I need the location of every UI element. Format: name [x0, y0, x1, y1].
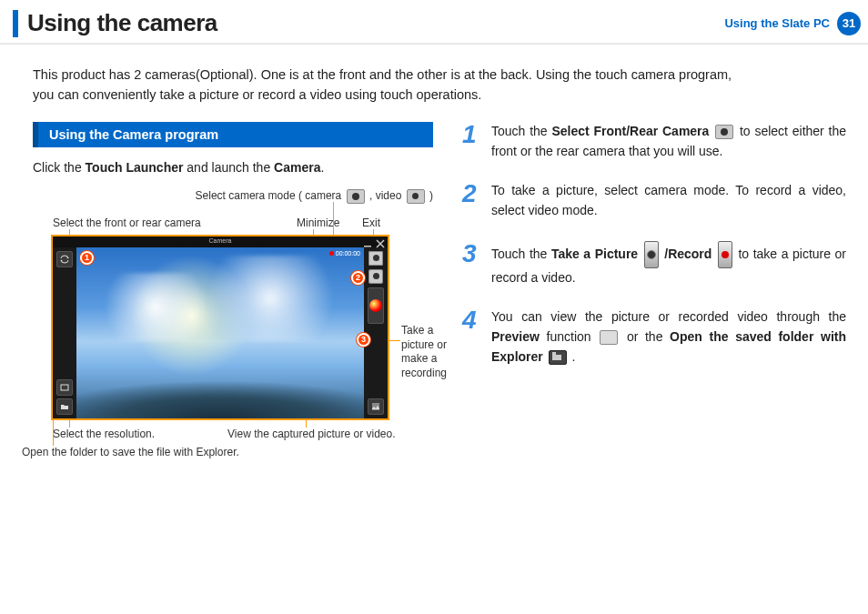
video-mode-icon [407, 189, 425, 204]
shutter-button[interactable] [368, 287, 384, 324]
title-accent-bar [13, 10, 18, 37]
switch-camera-button[interactable] [56, 251, 73, 267]
camera-mode-button[interactable] [368, 251, 383, 266]
camera-mode-icon [347, 189, 365, 204]
step-2: 2 To take a picture, select camera mode.… [462, 181, 846, 220]
timer-readout: 00:00:00 [336, 250, 360, 257]
right-column: 1 Touch the Select Front/Rear Camera to … [462, 122, 846, 489]
folder-icon [549, 350, 567, 365]
text: Select camera mode ( camera [196, 189, 345, 202]
title-wrap: Using the camera [13, 9, 217, 37]
preview-icon [600, 330, 618, 345]
marker-1: 1 [80, 251, 94, 265]
minimize-button[interactable] [362, 237, 373, 247]
svg-rect-1 [61, 385, 68, 390]
callout-take-picture: Take a picture or make a recording [401, 324, 465, 380]
text: or the [620, 329, 670, 344]
select-front-rear-label: Select Front/Rear Camera [551, 124, 709, 138]
text: You can view the picture or recorded vid… [491, 309, 846, 324]
step-1: 1 Touch the Select Front/Rear Camera to … [462, 122, 846, 161]
text: Touch the [491, 124, 551, 138]
record-label: Record [668, 246, 712, 260]
video-mode-button[interactable] [368, 269, 383, 284]
launch-instruction: Click the Touch Launcher and launch the … [33, 160, 433, 175]
step-4: 4 You can view the picture or recorded v… [462, 307, 846, 367]
close-button[interactable] [375, 237, 386, 247]
camera-app-screenshot: Camera [51, 235, 389, 420]
step-number: 1 [462, 122, 491, 161]
callout-open-folder: Open the folder to save the file with Ex… [22, 446, 239, 460]
marker-3: 3 [357, 333, 370, 347]
page-number: 31 [837, 12, 861, 35]
section-name: Using the Slate PC [724, 16, 830, 30]
resolution-button[interactable] [56, 379, 73, 396]
marker-2: 2 [351, 271, 365, 285]
right-toolbar [364, 247, 388, 418]
callout-view-captured: View the captured picture or video. [227, 428, 396, 442]
step-body: You can view the picture or recorded vid… [491, 307, 846, 367]
text: ) [427, 189, 433, 202]
touch-launcher-label: Touch Launcher [86, 160, 184, 175]
left-column: Using the Camera program Click the Touch… [33, 122, 433, 489]
columns: Using the Camera program Click the Touch… [33, 122, 846, 489]
callout-front-rear: Select the front or rear camera [53, 216, 201, 231]
page-header: Using the camera Using the Slate PC 31 [0, 0, 868, 45]
step-3: 3 Touch the Take a Picture /Record to ta… [462, 241, 846, 288]
step-number: 2 [462, 181, 491, 220]
subsection-heading: Using the Camera program [33, 122, 433, 147]
camera-figure: Select camera mode ( camera , video ) Se… [33, 189, 433, 489]
callout-select-mode: Select camera mode ( camera , video ) [160, 189, 433, 204]
text: Click the [33, 160, 86, 175]
text: Touch the [491, 246, 551, 260]
text: . [320, 160, 324, 175]
callout-exit: Exit [362, 216, 380, 231]
preview-button[interactable] [368, 398, 384, 415]
window-body: 00:00:00 [53, 247, 388, 418]
step-body: To take a picture, select camera mode. T… [491, 181, 846, 220]
step-body: Touch the Take a Picture /Record to take… [491, 241, 846, 288]
text: and launch the [183, 160, 274, 175]
text: function [540, 329, 598, 344]
callout-resolution: Select the resolution. [53, 428, 155, 442]
preview-label: Preview [491, 329, 540, 344]
svg-rect-0 [364, 246, 371, 247]
page-title: Using the camera [27, 9, 217, 37]
record-icon [718, 241, 732, 268]
window-title: Camera [209, 237, 232, 244]
header-right: Using the Slate PC 31 [724, 12, 868, 35]
text: , video [367, 189, 405, 202]
step-number: 4 [462, 307, 491, 367]
camera-viewfinder: 00:00:00 [76, 247, 364, 418]
window-titlebar: Camera [53, 237, 388, 247]
switch-camera-icon [715, 125, 733, 139]
intro-text: This product has 2 cameras(Optional). On… [33, 65, 846, 106]
camera-label: Camera [274, 160, 320, 175]
step-body: Touch the Select Front/Rear Camera to se… [491, 122, 846, 161]
take-picture-icon [644, 241, 659, 268]
left-toolbar [53, 247, 76, 418]
step-number: 3 [462, 241, 491, 288]
text: . [569, 349, 576, 364]
open-folder-button[interactable] [56, 398, 73, 415]
take-picture-label: Take a Picture [551, 246, 638, 260]
record-indicator-icon [329, 251, 334, 256]
content: This product has 2 cameras(Optional). On… [0, 45, 868, 489]
